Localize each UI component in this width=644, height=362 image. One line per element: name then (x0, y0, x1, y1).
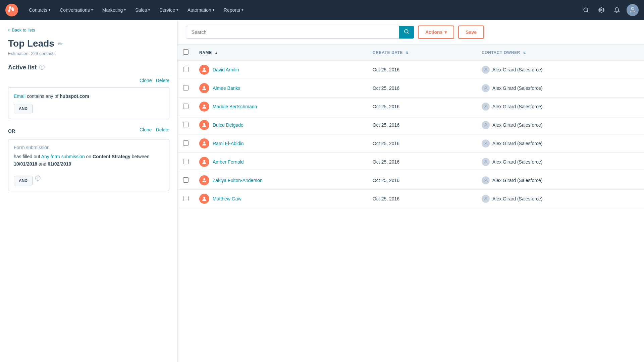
contact-owner-cell: Alex Girard (Salesforce) (476, 190, 644, 208)
nav-item-automation[interactable]: Automation ▾ (183, 5, 218, 15)
create-date-cell: Oct 25, 2016 (367, 61, 476, 79)
clone-link-1[interactable]: Clone (140, 78, 152, 83)
form-description: has filled out Any form submission on Co… (14, 153, 164, 168)
clone-link-2[interactable]: Clone (140, 127, 152, 132)
contact-name-cell: Dulce Delgado (194, 116, 367, 134)
contact-name-link[interactable]: Matthew Gaw (213, 196, 241, 201)
col-name[interactable]: NAME ▲ (194, 45, 367, 61)
save-button[interactable]: Save (458, 25, 484, 39)
contact-name-link[interactable]: Dulce Delgado (213, 122, 244, 128)
svg-point-4 (405, 29, 408, 33)
info-icon-2[interactable]: ⓘ (35, 175, 41, 182)
contact-name-link[interactable]: David Armlin (213, 67, 239, 72)
search-icon (404, 29, 409, 34)
right-panel: Actions ▾ Save NAME ▲ (178, 20, 644, 362)
search-icon-btn[interactable] (580, 4, 592, 16)
contact-name-link[interactable]: Maddie Bertschmann (213, 104, 257, 109)
chevron-down-icon: ▾ (49, 8, 50, 12)
notifications-icon-btn[interactable] (611, 4, 623, 16)
nav-item-service[interactable]: Service ▾ (155, 5, 182, 15)
contact-name-link[interactable]: Amber Fernald (213, 159, 244, 165)
delete-link-1[interactable]: Delete (156, 78, 169, 83)
info-icon[interactable]: ⓘ (39, 64, 45, 71)
user-avatar[interactable] (627, 4, 639, 16)
row-checkbox[interactable] (183, 85, 189, 90)
actions-button[interactable]: Actions ▾ (418, 25, 454, 39)
sort-icon: ⇅ (523, 51, 526, 55)
svg-point-20 (485, 197, 487, 199)
contact-name-link[interactable]: Aimee Banks (213, 85, 240, 91)
filter-box-2: Form submission has filled out Any form … (8, 139, 169, 191)
contact-name-link[interactable]: Zakiya Fulton-Anderson (213, 178, 263, 183)
owner-name: Alex Girard (Salesforce) (492, 122, 542, 128)
svg-point-11 (203, 123, 205, 125)
col-create-date[interactable]: CREATE DATE ⇅ (367, 45, 476, 61)
edit-icon[interactable]: ✏ (58, 40, 63, 48)
hubspot-logo[interactable] (5, 4, 18, 16)
contact-name-cell: Amber Fernald (194, 153, 367, 171)
filter-text-1: Email contains any of hubspot.com (14, 93, 164, 100)
chevron-down-icon: ▾ (444, 29, 447, 35)
row-checkbox-cell (178, 153, 194, 171)
owner-avatar (482, 103, 490, 111)
search-actions-bar: Actions ▾ Save (178, 20, 644, 45)
contact-name-cell: Zakiya Fulton-Anderson (194, 171, 367, 190)
nav-item-sales[interactable]: Sales ▾ (131, 5, 154, 15)
nav-menu: Contacts ▾ Conversations ▾ Marketing ▾ S… (25, 5, 580, 15)
table-row: Amber Fernald Oct 25, 2016 Alex Girard (… (178, 153, 644, 171)
filter-group-1-actions: Clone Delete (8, 78, 169, 83)
select-all-checkbox[interactable] (183, 49, 189, 55)
search-button[interactable] (399, 26, 414, 39)
row-checkbox[interactable] (183, 122, 189, 127)
owner-name: Alex Girard (Salesforce) (492, 85, 542, 91)
svg-point-7 (203, 86, 205, 88)
nav-item-marketing[interactable]: Marketing ▾ (98, 5, 130, 15)
delete-link-2[interactable]: Delete (156, 127, 169, 132)
row-checkbox[interactable] (183, 177, 189, 183)
and-button-2[interactable]: AND (14, 176, 33, 185)
row-checkbox[interactable] (183, 140, 189, 146)
row-checkbox[interactable] (183, 159, 189, 164)
contact-name-link[interactable]: Rami El-Abidin (213, 141, 244, 146)
row-checkbox[interactable] (183, 67, 189, 72)
svg-point-18 (485, 179, 487, 180)
row-checkbox-cell (178, 98, 194, 116)
row-checkbox-cell (178, 190, 194, 208)
nav-item-reports[interactable]: Reports ▾ (220, 5, 247, 15)
navbar: Contacts ▾ Conversations ▾ Marketing ▾ S… (0, 0, 644, 20)
select-all-cell (178, 45, 194, 61)
section-header: Active list ⓘ (8, 64, 169, 71)
row-checkbox[interactable] (183, 196, 189, 201)
estimation-label: Estimation: 226 contacts (8, 51, 169, 56)
contacts-table: NAME ▲ CREATE DATE ⇅ CONTACT OWNER ⇅ (178, 45, 644, 208)
gear-icon (598, 7, 604, 13)
svg-point-3 (631, 7, 634, 9)
create-date-cell: Oct 25, 2016 (367, 98, 476, 116)
back-to-lists-link[interactable]: ‹ Back to lists (8, 27, 169, 33)
create-date-cell: Oct 25, 2016 (367, 134, 476, 153)
table-header-row: NAME ▲ CREATE DATE ⇅ CONTACT OWNER ⇅ (178, 45, 644, 61)
nav-item-conversations[interactable]: Conversations ▾ (56, 5, 97, 15)
table-row: Aimee Banks Oct 25, 2016 Alex Girard (Sa… (178, 79, 644, 98)
contact-owner-cell: Alex Girard (Salesforce) (476, 171, 644, 190)
chevron-down-icon: ▾ (176, 8, 178, 12)
create-date-cell: Oct 25, 2016 (367, 153, 476, 171)
any-form-submission-link[interactable]: Any form submission (41, 154, 85, 159)
and-button-1[interactable]: AND (14, 104, 33, 113)
nav-item-contacts[interactable]: Contacts ▾ (25, 5, 54, 15)
and-info-row: AND ⓘ (14, 172, 164, 185)
owner-avatar (482, 158, 490, 166)
owner-avatar (482, 195, 490, 203)
col-contact-owner[interactable]: CONTACT OWNER ⇅ (476, 45, 644, 61)
contact-name-cell: Matthew Gaw (194, 190, 367, 208)
search-input[interactable] (186, 26, 414, 39)
row-checkbox[interactable] (183, 104, 189, 109)
svg-point-1 (584, 8, 588, 12)
owner-name: Alex Girard (Salesforce) (492, 104, 542, 109)
email-filter-link[interactable]: Email (14, 94, 25, 99)
table-row: Dulce Delgado Oct 25, 2016 Alex Girard (… (178, 116, 644, 134)
settings-icon-btn[interactable] (596, 4, 607, 16)
contact-owner-cell: Alex Girard (Salesforce) (476, 61, 644, 79)
or-label: OR (8, 128, 15, 134)
form-type-label: Form submission (14, 145, 164, 150)
